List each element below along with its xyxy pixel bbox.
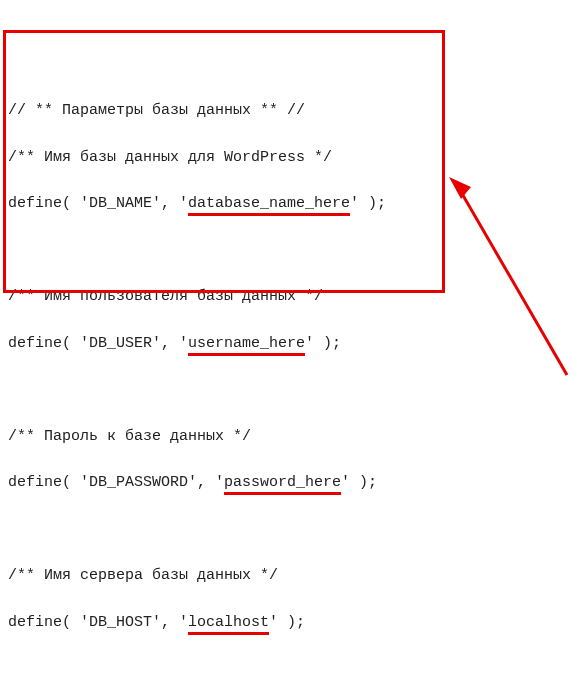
code-define-db-user: define( 'DB_USER', 'username_here' ); (8, 332, 569, 355)
code-part: define( 'DB_HOST', ' (8, 614, 188, 631)
blank-line (8, 239, 569, 262)
code-part: ' ); (341, 474, 377, 491)
code-comment-db-user: /** Имя пользователя базы данных */ (8, 285, 569, 308)
blank-line (8, 378, 569, 401)
code-part: ' ); (269, 614, 305, 631)
blank-line (8, 518, 569, 541)
code-part: define( 'DB_PASSWORD', ' (8, 474, 224, 491)
code-define-db-password: define( 'DB_PASSWORD', 'password_here' )… (8, 471, 569, 494)
db-user-value: username_here (188, 335, 305, 356)
db-host-value: localhost (188, 614, 269, 635)
code-comment-db-name: /** Имя базы данных для WordPress */ (8, 146, 569, 169)
blank-line (8, 657, 569, 680)
code-part: define( 'DB_NAME', ' (8, 195, 188, 212)
db-name-value: database_name_here (188, 195, 350, 216)
code-define-db-name: define( 'DB_NAME', 'database_name_here' … (8, 192, 569, 215)
db-password-value: password_here (224, 474, 341, 495)
code-comment-db-host: /** Имя сервера базы данных */ (8, 564, 569, 587)
code-part: ' ); (305, 335, 341, 352)
code-part: define( 'DB_USER', ' (8, 335, 188, 352)
code-part: ' ); (350, 195, 386, 212)
code-define-db-host: define( 'DB_HOST', 'localhost' ); (8, 611, 569, 634)
code-comment-db-password: /** Пароль к базе данных */ (8, 425, 569, 448)
code-comment-header: // ** Параметры базы данных ** // (8, 99, 569, 122)
